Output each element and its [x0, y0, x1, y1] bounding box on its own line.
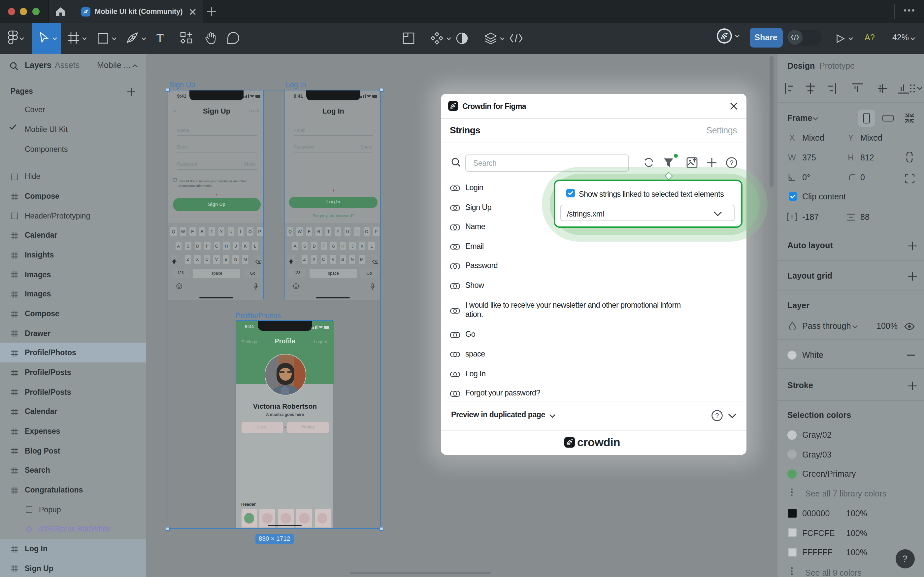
svg-text:?: ? [729, 159, 733, 166]
svg-text:?: ? [715, 412, 718, 419]
